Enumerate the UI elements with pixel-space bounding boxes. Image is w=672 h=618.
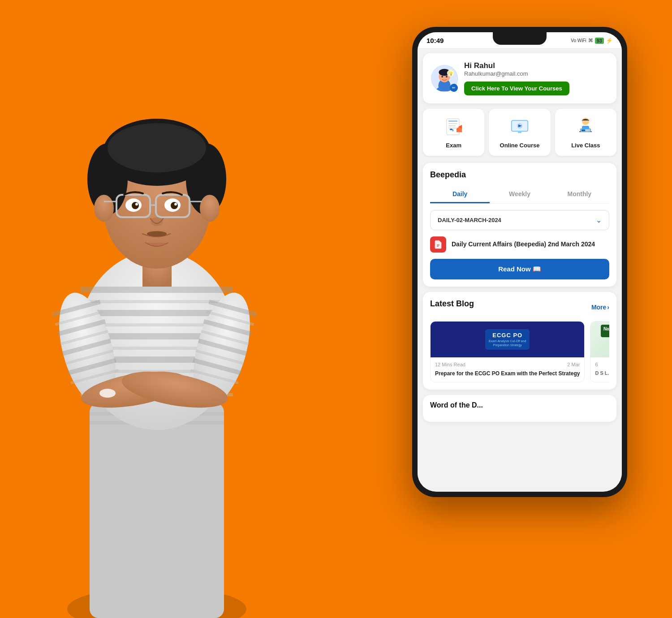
pdf-entry: Daily Current Affairs (Beepedia) 2nd Mar… (430, 236, 609, 253)
svg-point-56 (147, 231, 167, 236)
profile-card: 💡 ✏ Hi Rahul Rahulkumar@gmail.com Click … (423, 53, 616, 103)
status-time: 10:49 (426, 37, 444, 44)
blog-2-meta: 6 (595, 362, 609, 367)
blog-2-read-time: 6 (595, 362, 598, 367)
wifi-icon: ⌘ (588, 38, 593, 43)
tab-weekly[interactable]: Weekly (490, 186, 549, 203)
word-section-title: Word of the D... (430, 401, 483, 409)
tab-monthly[interactable]: Monthly (550, 186, 609, 203)
svg-point-52 (171, 202, 178, 209)
liveclass-icon (575, 116, 596, 137)
read-now-label: Read Now 📖 (498, 265, 541, 273)
avatar-container: 💡 ✏ (431, 65, 458, 92)
svg-rect-68 (448, 123, 457, 124)
blog-card-2[interactable]: National Pension System (590, 321, 609, 382)
blog-1-title: Prepare for the ECGC PO Exam with the Pe… (435, 370, 580, 378)
category-grid: Exam (423, 109, 616, 156)
svg-point-63 (446, 76, 448, 77)
blog-card-2-body: 6 D S L... (590, 357, 609, 381)
chevron-down-icon: ⌄ (596, 216, 602, 224)
person-image (18, 36, 296, 618)
svg-point-51 (132, 202, 139, 209)
exam-category-card[interactable]: Exam (423, 109, 484, 156)
blog-1-date: 2 Mar (567, 362, 580, 367)
blog-card-1-image: ECGC PO Exam Analysis Cut-Off andPrepara… (431, 322, 584, 357)
svg-point-62 (441, 76, 443, 77)
beepedia-tabs: Daily Weekly Monthly (430, 186, 609, 204)
dropdown-value: DAILY-02-MARCH-2024 (438, 217, 501, 223)
battery-icon: 93 (595, 38, 604, 44)
phone-notch (493, 32, 547, 45)
read-now-button[interactable]: Read Now 📖 (430, 259, 609, 279)
svg-point-80 (582, 118, 589, 125)
live-class-category-card[interactable]: Live Class (555, 109, 616, 156)
latest-blog-title: Latest Blog (430, 299, 474, 309)
more-label: More (591, 304, 606, 311)
svg-rect-67 (448, 120, 457, 122)
more-link[interactable]: More › (591, 304, 609, 311)
svg-rect-69 (448, 125, 456, 126)
svg-rect-85 (582, 129, 585, 131)
pdf-icon (430, 236, 446, 253)
blog-card-2-image: National Pension System (590, 322, 609, 357)
view-courses-button[interactable]: Click Here To View Your Courses (464, 82, 569, 95)
latest-blog-section: Latest Blog More › ECGC PO E (423, 292, 616, 390)
svg-point-41 (108, 123, 206, 172)
blog-header: Latest Blog More › (430, 299, 609, 315)
blog-cards-container: ECGC PO Exam Analysis Cut-Off andPrepara… (430, 321, 609, 382)
blog-card-1[interactable]: ECGC PO Exam Analysis Cut-Off andPrepara… (430, 321, 585, 382)
blog-2-title: D S L... (595, 370, 609, 377)
course-icon (509, 116, 530, 137)
blog-card-1-body: 12 Mins Read 2 Mar Prepare for the ECGC … (431, 357, 584, 382)
svg-point-42 (94, 195, 114, 222)
status-icons: Vo WiFi ⌘ 93 ⚡ (571, 37, 613, 44)
word-section: Word of the D... (423, 395, 616, 422)
svg-rect-5 (81, 287, 233, 293)
date-dropdown[interactable]: DAILY-02-MARCH-2024 ⌄ (430, 210, 609, 230)
svg-rect-77 (518, 131, 521, 133)
svg-point-54 (174, 203, 177, 206)
svg-rect-86 (586, 130, 590, 130)
network-label: Vo WiFi (571, 38, 586, 43)
chevron-right-icon: › (607, 304, 609, 311)
online-course-label: Online Course (500, 142, 540, 149)
pdf-title: Daily Current Affairs (Beepedia) 2nd Mar… (452, 240, 595, 249)
exam-icon (443, 116, 465, 137)
blog-1-read-time: 12 Mins Read (435, 362, 465, 367)
blog-1-meta: 12 Mins Read 2 Mar (435, 362, 580, 367)
profile-email: Rahulkumar@gmail.com (464, 70, 608, 77)
profile-info: Hi Rahul Rahulkumar@gmail.com Click Here… (464, 61, 608, 95)
live-class-label: Live Class (571, 142, 600, 149)
svg-point-53 (135, 203, 138, 206)
beepedia-title: Beepedia (430, 170, 609, 180)
online-course-category-card[interactable]: Online Course (489, 109, 550, 156)
screen-content[interactable]: 💡 ✏ Hi Rahul Rahulkumar@gmail.com Click … (418, 48, 622, 488)
svg-text:💡: 💡 (449, 71, 453, 76)
lightning-icon: ⚡ (606, 37, 613, 44)
phone-frame: 10:49 Vo WiFi ⌘ 93 ⚡ (412, 27, 627, 497)
exam-label: Exam (446, 142, 461, 149)
svg-rect-87 (586, 131, 589, 131)
svg-point-43 (200, 195, 220, 222)
beepedia-section: Beepedia Daily Weekly Monthly DAILY-02-M… (423, 163, 616, 287)
profile-name: Hi Rahul (464, 61, 608, 70)
svg-rect-70 (448, 128, 457, 129)
svg-rect-1 (90, 403, 224, 618)
avatar-edit-icon[interactable]: ✏ (450, 84, 458, 92)
svg-point-35 (99, 389, 116, 398)
tab-daily[interactable]: Daily (430, 186, 490, 203)
